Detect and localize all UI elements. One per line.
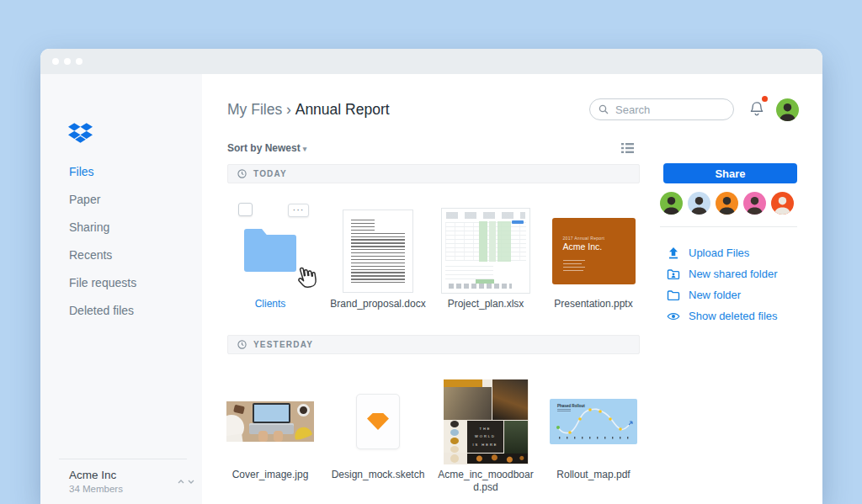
member-facepile [660,192,794,215]
action-label: New folder [689,289,741,301]
divider [59,459,187,459]
file-name: Clients [255,298,286,310]
xlsx-thumbnail [441,208,530,294]
user-avatar[interactable] [776,98,799,121]
file-tile-presentation[interactable]: 2017 Annual Report Acme Inc. Presentatio… [540,208,647,310]
select-checkbox[interactable] [238,203,253,216]
jpg-thumbnail [226,401,314,442]
file-name: Presentation.pptx [554,298,632,310]
file-grid-today: ··· Clients Brand_proposal.docx [216,208,647,310]
file-tile-clients-folder[interactable]: ··· Clients [216,208,324,310]
rollout-title: Phased Rollout [557,404,585,408]
file-name: Project_plan.xlsx [448,298,524,310]
sidebar-item-files[interactable]: Files [69,158,136,186]
sidebar-item-paper[interactable]: Paper [69,186,136,214]
moodboard-text: THE WORLD IS HERE [472,425,498,449]
breadcrumb: My Files › Annual Report [227,101,390,119]
clock-icon [237,340,247,349]
search-box[interactable] [589,98,734,120]
show-deleted-files-action[interactable]: Show deleted files [667,305,778,326]
sidebar-nav: Files Paper Sharing Recents File request… [69,158,136,325]
team-name: Acme Inc [69,469,123,481]
team-switcher-chevrons-icon[interactable] [178,480,194,484]
member-avatar[interactable] [771,192,794,215]
pptx-thumbnail: 2017 Annual Report Acme Inc. [552,218,636,284]
action-label: New shared folder [689,268,778,280]
more-options-button[interactable]: ··· [288,204,309,217]
team-member-count: 34 Members [69,484,123,494]
search-icon [599,104,609,114]
page-title: Annual Report [295,101,390,118]
file-tile-cover-image[interactable]: Cover_image.jpg [216,379,324,494]
file-name: Design_mock.sketch [332,469,425,481]
window-control-dot[interactable] [52,58,59,65]
window-control-dot[interactable] [76,58,82,65]
file-grid-yesterday: Cover_image.jpg Design_mock.sketch THE W… [216,379,647,494]
docx-thumbnail [343,210,413,293]
section-header-today: TODAY [227,164,640,183]
notification-badge [762,96,768,102]
chevron-down-icon: ▾ [303,145,307,153]
shared-folder-icon [667,268,680,281]
sidebar: Files Paper Sharing Recents File request… [40,74,202,504]
new-folder-action[interactable]: New folder [667,284,778,305]
window-control-dot[interactable] [64,58,71,65]
action-label: Upload Files [689,247,749,259]
file-tile-brand-proposal[interactable]: Brand_proposal.docx [324,208,432,310]
share-button[interactable]: Share [663,163,797,183]
file-tile-moodboard[interactable]: THE WORLD IS HERE Acme_inc_moodboard.psd [432,379,540,494]
psd-thumbnail: THE WORLD IS HERE [444,379,529,464]
search-input[interactable] [614,103,715,117]
eye-icon [667,310,680,323]
section-label: YESTERDAY [253,340,313,349]
divider [660,226,797,227]
pdf-thumbnail: Phased Rollout [550,399,637,444]
file-name: Cover_image.jpg [232,469,309,481]
file-name: Rollout_map.pdf [556,469,630,481]
sidebar-item-deleted-files[interactable]: Deleted files [69,297,136,325]
sketch-diamond-icon [367,413,389,430]
breadcrumb-parent[interactable]: My Files [227,101,282,118]
slide-title: Acme Inc. [563,241,603,252]
file-name: Brand_proposal.docx [330,298,425,310]
dropbox-logo-icon[interactable] [68,122,93,144]
sidebar-item-file-requests[interactable]: File requests [69,269,136,297]
team-selector[interactable]: Acme Inc 34 Members [69,469,123,494]
window-titlebar [40,49,822,74]
sketch-thumbnail [356,394,400,449]
member-avatar[interactable] [743,192,766,215]
clock-icon [237,169,247,178]
sidebar-item-recents[interactable]: Recents [69,241,136,269]
quick-actions: Upload Files New shared folder New folde… [667,242,778,326]
desktop-background: Files Paper Sharing Recents File request… [0,0,862,504]
breadcrumb-separator: › [286,101,291,118]
file-tile-project-plan[interactable]: Project_plan.xlsx [432,208,540,310]
upload-files-action[interactable]: Upload Files [667,242,778,263]
list-view-icon[interactable] [621,142,634,154]
file-tile-rollout-map[interactable]: Phased Rollout Rollout_map.pdf [540,379,647,494]
slide-kicker: 2017 Annual Report [563,236,605,241]
member-avatar[interactable] [660,192,683,215]
section-label: TODAY [253,169,287,178]
new-shared-folder-action[interactable]: New shared folder [667,263,778,284]
sidebar-item-sharing[interactable]: Sharing [69,214,136,241]
file-name: Acme_inc_moodboard.psd [436,469,535,494]
member-avatar[interactable] [716,192,738,215]
sort-dropdown[interactable]: Sort by Newest▾ [227,142,306,154]
action-label: Show deleted files [689,310,778,322]
cursor-pointer-hand [290,263,319,292]
notifications-bell-icon[interactable] [748,100,766,119]
folder-icon [667,289,680,302]
sort-label: Sort by Newest [227,142,301,154]
section-header-yesterday: YESTERDAY [227,335,640,354]
file-tile-design-mock[interactable]: Design_mock.sketch [324,379,432,494]
member-avatar[interactable] [688,192,710,215]
upload-icon [667,247,680,260]
